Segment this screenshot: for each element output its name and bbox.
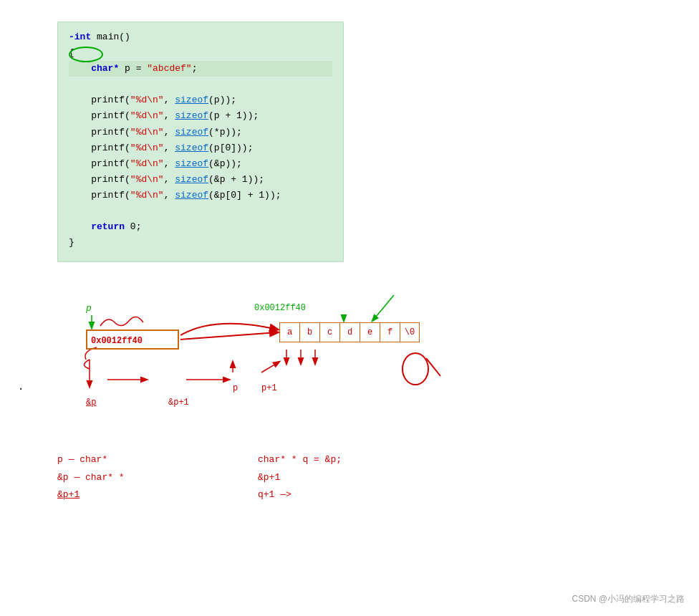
sizeof-5: sizeof <box>175 158 208 169</box>
svg-line-10 <box>426 358 440 376</box>
code-line-2: { <box>69 45 332 61</box>
code-line-9: printf("%d\n", sizeof(&p + 1)); <box>69 172 332 188</box>
array-cell-a: a <box>279 322 299 342</box>
svg-line-8 <box>372 295 394 321</box>
sizeof-4: sizeof <box>175 143 208 153</box>
array-cell-e: e <box>360 322 380 342</box>
footer: CSDN @小冯的编程学习之路 <box>572 593 685 605</box>
code-line-6: printf("%d\n", sizeof(*p)); <box>69 125 332 140</box>
code-line-10: printf("%d\n", sizeof(&p[0] + 1)); <box>69 188 332 203</box>
code-line-5: printf("%d\n", sizeof(p + 1)); <box>69 108 332 124</box>
array-cell-f: f <box>380 322 400 342</box>
pointer-value: 0x0012ff40 <box>87 336 143 346</box>
fmt-6: "%d\n" <box>130 174 164 185</box>
sizeof-6: sizeof <box>175 174 208 185</box>
annotation-charstarq: char* * q = &p; <box>258 451 342 469</box>
sizeof-7: sizeof <box>175 190 208 201</box>
fmt-4: "%d\n" <box>130 143 164 153</box>
code-line-3: char* p = "abcdef"; <box>69 61 332 77</box>
sizeof-1: sizeof <box>175 95 208 105</box>
code-line-1: -int main() <box>69 29 332 45</box>
annotation-q1: q+1 —> <box>258 486 342 504</box>
keyword-return: return <box>91 221 125 232</box>
label-p: p <box>86 303 92 314</box>
fmt-2: "%d\n" <box>130 110 164 121</box>
keyword-char: char* <box>91 63 119 74</box>
code-line-8: printf("%d\n", sizeof(&p)); <box>69 156 332 172</box>
string-abcdef: "abcdef" <box>147 63 191 74</box>
keyword-int: -int <box>69 32 91 42</box>
code-line-blank2 <box>69 203 332 219</box>
diagram-area: p 0x0012ff40 0x0012ff40 a b c d e f \0 &… <box>43 244 458 444</box>
text-annotations-left: p — char* &p — char* * &p+1 <box>57 451 125 504</box>
text-annotations-right: char* * q = &p; &p+1 q+1 —> <box>258 451 342 504</box>
svg-point-9 <box>402 353 428 385</box>
fmt-1: "%d\n" <box>130 95 164 105</box>
array-cell-c: c <box>319 322 339 342</box>
array-cell-null: \0 <box>400 322 420 342</box>
label-p1-bottom: p+1 <box>261 383 277 393</box>
fmt-7: "%d\n" <box>130 190 164 201</box>
array-cell-b: b <box>299 322 319 342</box>
annotation-andp-charstar: &p — char* * <box>57 469 125 487</box>
annotation-andp1: &p+1 <box>57 486 125 504</box>
annotation-p-char: p — char* <box>57 451 125 469</box>
array-boxes: a b c d e f \0 <box>279 322 420 342</box>
label-addr-top: 0x0012ff40 <box>254 303 306 313</box>
svg-line-7 <box>261 362 279 372</box>
label-andp1: &p+1 <box>168 398 189 408</box>
code-line-4: printf("%d\n", sizeof(p)); <box>69 92 332 108</box>
sizeof-3: sizeof <box>175 127 208 138</box>
code-block: -int main() { char* p = "abcdef"; printf… <box>57 21 344 262</box>
annotation-andp1-right: &p+1 <box>258 469 342 487</box>
pointer-box: 0x0012ff40 <box>86 329 179 350</box>
label-p-bottom: p <box>233 383 238 393</box>
label-andp: &p <box>86 398 96 408</box>
code-line-7: printf("%d\n", sizeof(p[0])); <box>69 140 332 156</box>
code-line-blank1 <box>69 77 332 92</box>
func-main: main() <box>97 32 130 42</box>
sizeof-2: sizeof <box>175 110 208 121</box>
fmt-3: "%d\n" <box>130 127 164 138</box>
array-cell-d: d <box>339 322 360 342</box>
svg-line-1 <box>180 332 278 340</box>
code-line-11: return 0; <box>69 219 332 235</box>
dot-marker: · <box>18 383 24 395</box>
footer-text: CSDN @小冯的编程学习之路 <box>572 594 685 604</box>
fmt-5: "%d\n" <box>130 158 164 169</box>
